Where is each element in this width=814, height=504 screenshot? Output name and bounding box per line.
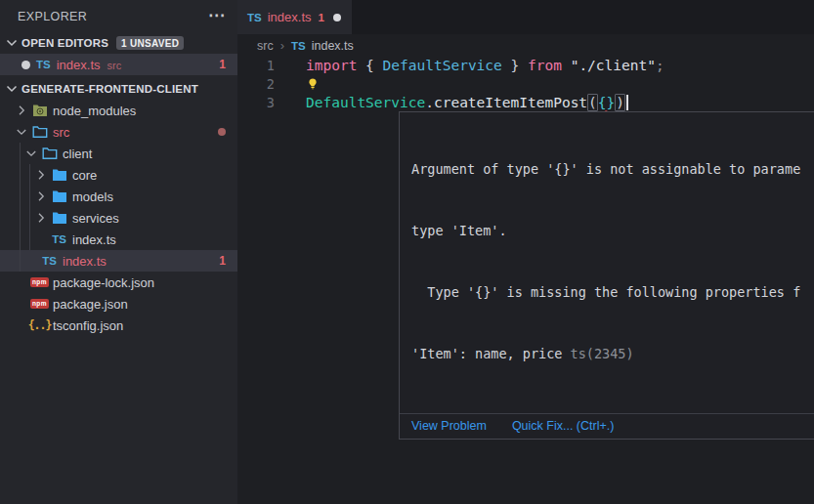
open-editors-label: OPEN EDITORS [21, 37, 108, 49]
error-message-text: 'Item': name, price [411, 346, 571, 361]
tree-item-label: index.ts [72, 232, 116, 247]
code-editor[interactable]: 1 import { DefaultService } from "./clie… [237, 57, 814, 112]
open-editors-section-header[interactable]: OPEN EDITORS 1 UNSAVED [0, 32, 237, 54]
more-actions-icon[interactable]: ⋯ [208, 0, 226, 31]
project-section-header[interactable]: GENERATE-FRONTEND-CLIENT [0, 78, 237, 100]
error-message-line: 'Item': name, price ts(2345) [411, 344, 814, 364]
unsaved-count-badge: 1 UNSAVED [116, 36, 184, 50]
code-token: } [502, 58, 528, 73]
tree-item-client[interactable]: client [0, 143, 237, 164]
indent-guide [29, 164, 30, 250]
code-line-3[interactable]: 3 DefaultService.createItemItemPost({}) [237, 94, 814, 112]
error-count-badge: 1 [219, 254, 226, 268]
tree-item-package-lock-json[interactable]: npm package-lock.json [0, 272, 237, 293]
chevron-spacer [14, 296, 29, 312]
project-name-label: GENERATE-FRONTEND-CLIENT [21, 83, 198, 95]
tree-item-package-json[interactable]: npm package.json [0, 293, 237, 315]
error-hover-tooltip: Argument of type '{}' is not assignable … [399, 111, 814, 440]
open-editor-folder-hint: src [107, 58, 122, 71]
folder-open-icon [31, 124, 48, 140]
code-line-2[interactable]: 2 [237, 75, 814, 94]
tree-item-models[interactable]: models [0, 186, 237, 207]
tree-item-label: node_modules [53, 104, 136, 118]
tree-item-node-modules[interactable]: node_modules [0, 100, 237, 121]
chevron-right-icon[interactable] [33, 210, 49, 226]
error-message-line: Argument of type '{}' is not assignable … [411, 159, 814, 180]
tree-item-label: tsconfig.json [53, 318, 123, 333]
typescript-file-icon: TS [52, 233, 66, 245]
explorer-sidebar: EXPLORER ⋯ OPEN EDITORS 1 UNSAVED TS ind… [0, 0, 237, 504]
tree-item-services[interactable]: services [0, 207, 237, 229]
quick-fix-link[interactable]: Quick Fix... (Ctrl+.) [512, 419, 615, 433]
code-token: . [425, 95, 434, 110]
error-count-badge: 1 [219, 58, 226, 71]
line-number[interactable]: 3 [237, 94, 275, 112]
tree-item-tsconfig-json[interactable]: {..} tsconfig.json [0, 315, 237, 336]
typescript-file-icon: TS [36, 59, 51, 70]
chevron-spacer [14, 274, 29, 290]
code-token: DefaultService [383, 58, 502, 73]
chevron-right-icon[interactable] [33, 189, 49, 204]
folder-icon [51, 210, 67, 226]
matched-bracket: ( [587, 94, 598, 111]
tab-bar: TS index.ts 1 [237, 0, 814, 34]
unsaved-dot-icon[interactable] [21, 61, 30, 69]
tab-error-badge: 1 [319, 12, 324, 23]
tree-item-label: index.ts [63, 254, 107, 269]
tree-item-client-index-ts[interactable]: TS index.ts [0, 229, 237, 250]
node-modules-folder-icon [31, 103, 48, 118]
chevron-down-icon [4, 81, 20, 97]
modified-dot-icon [218, 128, 226, 136]
unsaved-dot-icon[interactable] [333, 14, 341, 21]
tree-item-label: package.json [53, 297, 128, 312]
tree-item-core[interactable]: core [0, 164, 237, 186]
typescript-file-icon: TS [247, 12, 262, 23]
error-message-line: Type '{}' is missing the following prope… [411, 282, 814, 303]
lightbulb-quickfix-icon[interactable] [306, 77, 320, 91]
breadcrumb-folder[interactable]: src [257, 39, 274, 53]
code-line-1[interactable]: 1 import { DefaultService } from "./clie… [237, 57, 814, 75]
tree-item-src-index-ts[interactable]: TS index.ts 1 [0, 250, 237, 272]
tooltip-actions: View Problem Quick Fix... (Ctrl+.) [400, 413, 814, 439]
sidebar-header: EXPLORER ⋯ [0, 0, 237, 33]
matched-bracket: ) [615, 94, 625, 111]
breadcrumb: src › TS index.ts [237, 34, 814, 57]
chevron-down-icon[interactable] [23, 146, 39, 161]
tab-filename: index.ts [268, 10, 312, 24]
explorer-title: EXPLORER [18, 0, 87, 33]
error-argument-token: {} [598, 95, 615, 110]
tree-item-src[interactable]: src [0, 121, 237, 143]
code-token: createItemItemPost [434, 95, 587, 110]
chevron-right-icon[interactable] [14, 103, 29, 118]
open-editor-filename: index.ts [57, 58, 101, 72]
vscode-window: EXPLORER ⋯ OPEN EDITORS 1 UNSAVED TS ind… [0, 0, 814, 504]
tab-index-ts[interactable]: TS index.ts 1 [237, 0, 352, 34]
chevron-down-icon[interactable] [14, 124, 29, 140]
line-number[interactable]: 2 [237, 75, 275, 94]
npm-file-icon: npm [30, 277, 49, 287]
npm-file-icon: npm [30, 299, 49, 309]
typescript-file-icon: TS [291, 40, 306, 52]
chevron-spacer [33, 231, 49, 247]
text-cursor [626, 95, 628, 110]
breadcrumb-file[interactable]: index.ts [312, 39, 354, 53]
breadcrumb-separator-icon: › [280, 38, 284, 53]
tree-item-label: client [63, 147, 92, 161]
code-token: import [306, 58, 365, 73]
chevron-right-icon[interactable] [33, 167, 49, 183]
code-token: DefaultService [306, 95, 425, 110]
tree-item-label: core [72, 168, 97, 183]
typescript-file-icon: TS [42, 255, 57, 267]
view-problem-link[interactable]: View Problem [411, 419, 487, 433]
error-message-line: type 'Item'. [411, 221, 814, 241]
code-token: from [528, 58, 571, 73]
line-number[interactable]: 1 [237, 57, 275, 75]
indent-guide [20, 143, 21, 272]
error-message: Argument of type '{}' is not assignable … [400, 112, 814, 413]
error-code-ref: ts(2345) [571, 346, 634, 361]
open-editor-item[interactable]: TS index.ts src 1 [0, 54, 237, 75]
chevron-spacer [14, 317, 29, 333]
chevron-down-icon [4, 35, 20, 51]
folder-icon [51, 167, 67, 183]
chevron-spacer [23, 253, 39, 269]
